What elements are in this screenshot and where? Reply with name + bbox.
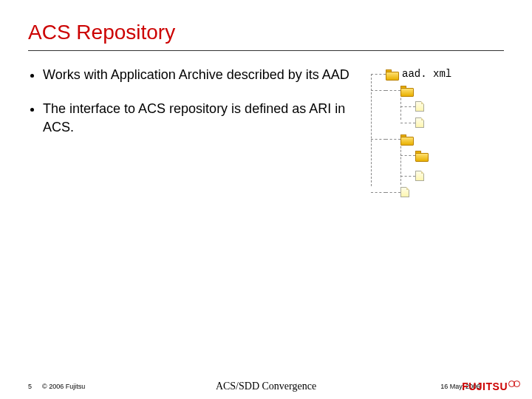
slide-footer: 5 © 2006 Fujitsu ACS/SDD Convergence 16 … [0, 383, 532, 390]
file-tree-diagram: aad. xml [371, 66, 504, 200]
bullet-item: Works with Application Archive described… [43, 66, 362, 83]
slide-title: ACS Repository [28, 21, 504, 44]
footer-title: ACS/SDD Convergence [216, 381, 316, 392]
title-divider [28, 50, 504, 51]
file-icon [415, 117, 424, 128]
bullet-list: Works with Application Archive described… [28, 66, 362, 200]
copyright-text: © 2006 Fujitsu [42, 383, 85, 390]
infinity-icon [508, 381, 520, 387]
folder-icon [400, 86, 412, 95]
file-icon [415, 171, 424, 181]
page-number: 5 [28, 383, 32, 390]
file-icon [415, 101, 424, 112]
bullet-item: The interface to ACS repository is defin… [43, 100, 362, 136]
fujitsu-logo: FUJITSU [462, 380, 520, 393]
folder-icon [415, 151, 427, 160]
folder-icon [400, 134, 412, 144]
folder-icon [386, 69, 398, 79]
file-icon [400, 187, 409, 197]
tree-root-label: aad. xml [402, 68, 451, 80]
